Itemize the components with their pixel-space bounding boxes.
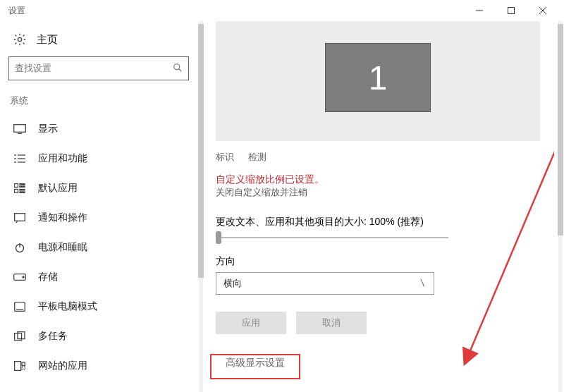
search-icon — [173, 63, 183, 75]
orientation-label: 方向 — [216, 248, 540, 272]
cancel-button[interactable]: 取消 — [296, 312, 367, 334]
monitor-number: 1 — [369, 59, 388, 97]
orientation-select[interactable]: 横向 〵 — [216, 272, 434, 295]
window-title: 设置 — [6, 5, 25, 17]
minimize-button[interactable] — [463, 0, 495, 21]
search-input[interactable]: 查找设置 — [8, 56, 189, 80]
notification-icon — [13, 211, 27, 225]
home-link[interactable]: 主页 — [8, 28, 189, 56]
svg-rect-17 — [20, 186, 25, 187]
signout-link[interactable]: 关闭自定义缩放并注销 — [216, 186, 540, 209]
sidebar-scrollbar[interactable] — [197, 21, 204, 392]
window-controls — [463, 0, 558, 21]
svg-rect-30 — [15, 362, 21, 371]
svg-rect-7 — [14, 125, 26, 133]
titlebar: 设置 — [0, 0, 564, 21]
svg-line-6 — [179, 68, 182, 71]
apply-button[interactable]: 应用 — [216, 312, 286, 334]
svg-point-5 — [174, 63, 180, 69]
scale-label: 更改文本、应用和其他项目的大小: 100% (推荐) — [216, 209, 540, 233]
scale-slider[interactable] — [216, 233, 448, 243]
sidebar-item-label: 存储 — [38, 271, 58, 283]
chevron-down-icon: 〵 — [419, 279, 427, 288]
power-icon — [13, 240, 27, 255]
tablet-icon — [13, 300, 27, 314]
sidebar: 主页 查找设置 系统 显示 应用和功能 — [0, 21, 197, 392]
sidebar-item-label: 平板电脑模式 — [38, 300, 97, 313]
svg-rect-18 — [15, 190, 18, 193]
sidebar-item-multitask[interactable]: 多任务 — [8, 321, 189, 351]
scaling-warning: 自定义缩放比例已设置。 — [216, 169, 540, 186]
maximize-button[interactable] — [495, 0, 527, 21]
orientation-value: 横向 — [223, 277, 242, 290]
svg-rect-19 — [20, 190, 25, 190]
detect-link[interactable]: 检测 — [248, 151, 266, 164]
monitor-1[interactable]: 1 — [325, 43, 431, 112]
sidebar-item-label: 默认应用 — [38, 182, 78, 195]
svg-rect-20 — [20, 192, 25, 192]
sidebar-item-apps[interactable]: 应用和功能 — [8, 144, 189, 173]
svg-point-25 — [23, 276, 24, 278]
sidebar-item-power[interactable]: 电源和睡眠 — [8, 233, 189, 262]
sidebar-item-label: 通知和操作 — [38, 212, 87, 224]
sidebar-item-tablet[interactable]: 平板电脑模式 — [8, 292, 189, 321]
main-panel: 1 标识 检测 自定义缩放比例已设置。 关闭自定义缩放并注销 更改文本、应用和其… — [204, 21, 554, 392]
sidebar-item-label: 应用和功能 — [38, 152, 87, 165]
svg-rect-31 — [22, 362, 25, 365]
svg-point-4 — [18, 37, 21, 41]
svg-rect-1 — [508, 8, 514, 14]
multitask-icon — [13, 329, 27, 343]
close-button[interactable] — [527, 0, 558, 21]
svg-rect-15 — [15, 184, 18, 188]
advanced-display-link[interactable]: 高级显示设置 — [216, 353, 295, 374]
sidebar-item-notifications[interactable]: 通知和操作 — [8, 203, 189, 233]
web-apps-icon — [13, 359, 27, 373]
main-scrollbar[interactable] — [557, 21, 564, 392]
grid-icon — [13, 181, 27, 195]
home-label: 主页 — [37, 33, 58, 47]
sidebar-item-label: 显示 — [38, 123, 58, 135]
svg-rect-16 — [20, 184, 25, 185]
monitor-icon — [13, 122, 27, 136]
gear-icon — [13, 32, 27, 47]
sidebar-item-storage[interactable]: 存储 — [8, 262, 189, 292]
storage-icon — [13, 270, 27, 284]
sidebar-item-label: 多任务 — [38, 330, 68, 343]
display-preview[interactable]: 1 — [216, 21, 540, 141]
search-placeholder: 查找设置 — [15, 62, 173, 75]
sidebar-item-label: 网站的应用 — [38, 360, 87, 372]
sidebar-item-display[interactable]: 显示 — [8, 114, 189, 144]
sidebar-item-website-apps[interactable]: 网站的应用 — [8, 351, 189, 381]
list-icon — [13, 152, 27, 166]
svg-rect-32 — [22, 367, 25, 369]
sidebar-item-default-apps[interactable]: 默认应用 — [8, 173, 189, 203]
section-label: 系统 — [8, 93, 189, 114]
svg-rect-21 — [15, 214, 25, 221]
identify-link[interactable]: 标识 — [216, 151, 234, 164]
sidebar-item-label: 电源和睡眠 — [38, 241, 87, 254]
